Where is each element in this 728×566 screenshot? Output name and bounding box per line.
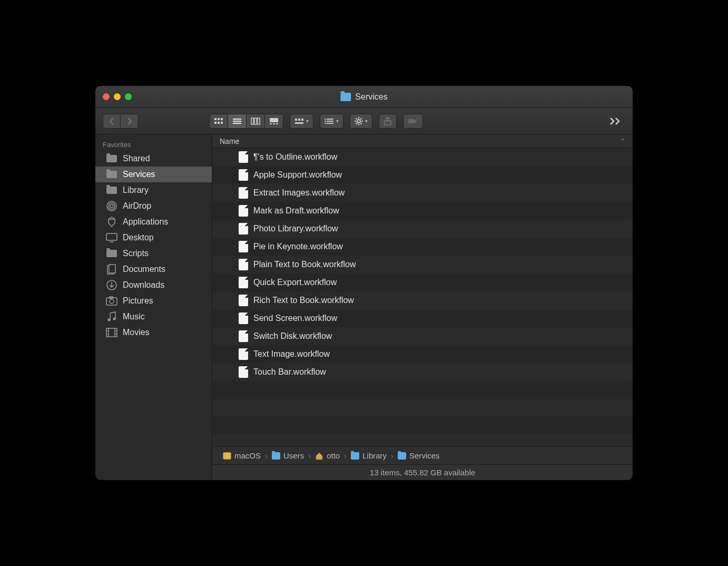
nav-group xyxy=(103,114,139,129)
svg-rect-20 xyxy=(327,119,333,120)
sidebar-item-label: Scripts xyxy=(123,249,149,258)
svg-rect-4 xyxy=(218,122,220,124)
sidebar-item-shared[interactable]: Shared xyxy=(95,151,212,167)
path-segment-label: Library xyxy=(362,451,387,460)
sidebar-item-downloads[interactable]: Downloads xyxy=(95,277,212,293)
gear-icon xyxy=(355,117,363,125)
svg-rect-16 xyxy=(295,119,297,121)
body: Favorites SharedServicesLibraryAirDropAp… xyxy=(95,134,633,480)
svg-rect-43 xyxy=(109,265,115,273)
svg-line-33 xyxy=(356,123,357,124)
sidebar-item-airdrop[interactable]: AirDrop xyxy=(95,198,212,214)
path-separator: › xyxy=(389,451,396,460)
view-columns-button[interactable] xyxy=(247,114,265,129)
main: Name ⌃ ¶'s to Outline.workflowApple Supp… xyxy=(212,134,633,480)
svg-line-34 xyxy=(361,118,362,119)
folder-icon xyxy=(340,93,351,101)
back-button[interactable] xyxy=(103,114,121,129)
file-icon xyxy=(239,295,248,306)
sidebar-item-scripts[interactable]: Scripts xyxy=(95,246,212,261)
file-list: ¶'s to Outline.workflowApple Support.wor… xyxy=(212,148,633,446)
file-row[interactable]: Plain Text to Book.workflow xyxy=(212,256,633,274)
file-row[interactable]: Quick Export.workflow xyxy=(212,274,633,291)
sidebar-item-label: Desktop xyxy=(123,233,154,242)
sidebar-item-desktop[interactable]: Desktop xyxy=(95,230,212,246)
sidebar-item-pictures[interactable]: Pictures xyxy=(95,293,212,309)
path-segment-label: otto xyxy=(327,451,340,460)
close-button[interactable] xyxy=(103,93,110,100)
sidebar-item-services[interactable]: Services xyxy=(95,167,212,182)
path-segment-macos[interactable]: macOS xyxy=(223,451,261,460)
overflow-button[interactable] xyxy=(605,114,625,129)
file-row[interactable]: Mark as Draft.workflow xyxy=(212,202,633,220)
svg-point-24 xyxy=(324,120,326,121)
svg-rect-8 xyxy=(233,123,241,124)
file-row[interactable]: Send Screen.workflow xyxy=(212,309,633,327)
path-segment-services[interactable]: Services xyxy=(398,451,440,460)
path-segment-label: Services xyxy=(409,451,440,460)
svg-rect-13 xyxy=(270,123,272,124)
path-segment-library[interactable]: Library xyxy=(351,451,387,460)
file-icon xyxy=(239,277,248,288)
arrange-dropdown[interactable]: ▾ xyxy=(320,114,343,129)
svg-point-25 xyxy=(324,122,326,123)
file-name: Photo Library.workflow xyxy=(253,224,338,233)
file-icon xyxy=(239,366,248,378)
file-row[interactable]: Apple Support.workflow xyxy=(212,166,633,184)
path-separator: › xyxy=(306,451,313,460)
path-segment-label: macOS xyxy=(234,451,261,460)
sidebar-item-label: Shared xyxy=(123,154,150,163)
folder-icon xyxy=(106,249,117,258)
svg-rect-3 xyxy=(214,122,217,124)
sidebar-item-applications[interactable]: Applications xyxy=(95,214,212,230)
action-dropdown[interactable]: ▾ xyxy=(350,114,372,129)
status-text: 13 items, 455.82 GB available xyxy=(370,468,475,477)
file-row[interactable]: Switch Disk.workflow xyxy=(212,327,633,345)
view-icons-button[interactable] xyxy=(209,114,228,129)
chevron-down-icon: ▾ xyxy=(336,118,339,124)
svg-rect-5 xyxy=(221,122,223,124)
svg-point-49 xyxy=(113,318,116,320)
file-row[interactable]: ¶'s to Outline.workflow xyxy=(212,148,633,166)
file-icon xyxy=(239,313,248,324)
chevron-left-icon xyxy=(109,118,114,125)
file-row[interactable]: Touch Bar.workflow xyxy=(212,363,633,381)
view-list-button[interactable] xyxy=(228,114,247,129)
file-row[interactable]: Text Image.workflow xyxy=(212,345,633,363)
file-row[interactable]: Extract Images.workflow xyxy=(212,184,633,202)
group-by-dropdown[interactable]: ▾ xyxy=(290,114,313,129)
sidebar-item-movies[interactable]: Movies xyxy=(95,325,212,340)
svg-rect-12 xyxy=(270,118,278,122)
folder-icon xyxy=(106,186,117,195)
file-icon xyxy=(239,187,248,199)
empty-row xyxy=(212,417,633,435)
forward-button[interactable] xyxy=(121,114,139,129)
sidebar-item-documents[interactable]: Documents xyxy=(95,261,212,277)
status-bar: 13 items, 455.82 GB available xyxy=(212,464,633,480)
column-header[interactable]: Name ⌃ xyxy=(212,134,633,148)
svg-point-37 xyxy=(109,203,115,209)
svg-point-48 xyxy=(108,319,111,321)
sidebar-item-library[interactable]: Library xyxy=(95,182,212,198)
sidebar: Favorites SharedServicesLibraryAirDropAp… xyxy=(95,134,212,480)
zoom-button[interactable] xyxy=(125,93,132,100)
icon-view-icon xyxy=(214,118,223,125)
file-name: Send Screen.workflow xyxy=(253,314,337,323)
folder-icon xyxy=(398,452,406,460)
movies-icon xyxy=(106,328,117,337)
minimize-button[interactable] xyxy=(114,93,121,100)
sidebar-item-music[interactable]: Music xyxy=(95,309,212,325)
view-gallery-button[interactable] xyxy=(265,114,283,129)
file-row[interactable]: Photo Library.workflow xyxy=(212,220,633,238)
path-segment-users[interactable]: Users xyxy=(272,451,304,460)
file-row[interactable]: Pie in Keynote.workflow xyxy=(212,238,633,256)
pictures-icon xyxy=(106,296,117,306)
file-icon xyxy=(239,241,248,252)
file-row[interactable]: Rich Text to Book.workflow xyxy=(212,291,633,309)
tags-button[interactable] xyxy=(403,114,423,129)
share-button[interactable] xyxy=(379,114,397,129)
path-segment-otto[interactable]: otto xyxy=(315,451,340,460)
desktop-icon xyxy=(106,233,117,242)
file-name: Touch Bar.workflow xyxy=(253,367,326,377)
file-icon xyxy=(239,330,248,342)
